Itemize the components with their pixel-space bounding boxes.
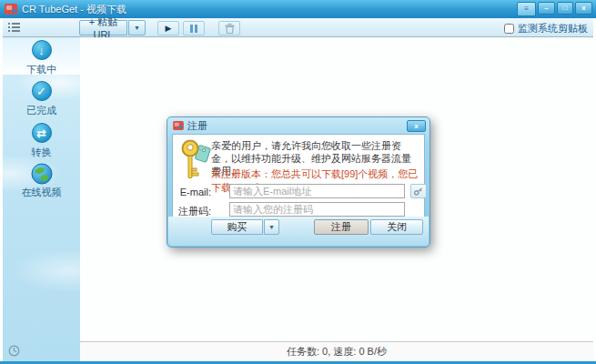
dialog-title: 注册: [187, 119, 207, 133]
maximize-button[interactable]: □: [557, 2, 573, 15]
window-menu-icon[interactable]: ≡: [517, 2, 536, 16]
check-icon: ✓: [32, 81, 52, 101]
monitor-clipboard-checkbox-input[interactable]: [504, 24, 514, 34]
toolbar: + 粘贴URL ▼ ▶ 监测系统剪贴板: [3, 18, 593, 37]
dialog-button-strip: 购买 ▼ 注册 关闭: [168, 217, 429, 246]
dialog-close-action-button[interactable]: 关闭: [370, 219, 423, 235]
buy-button[interactable]: 购买: [211, 219, 263, 235]
sidebar-item-label: 转换: [3, 146, 80, 159]
pause-download-button[interactable]: [183, 21, 205, 35]
monitor-clipboard-label: 监测系统剪贴板: [518, 22, 588, 35]
convert-icon: ⇄: [32, 123, 52, 143]
app-window: CR TubeGet - 视频下载 ≡ – □ x + 粘贴URL ▼ ▶: [0, 0, 596, 364]
window-controls: ≡ – □ x: [517, 2, 592, 16]
statusbar: 任务数: 0, 速度: 0 B/秒: [80, 341, 593, 361]
trash-icon: [225, 23, 235, 34]
close-button[interactable]: x: [575, 2, 592, 15]
sidebar: ↓ 下载中 ✓ 已完成 ⇄ 转换 在线视频: [3, 37, 80, 361]
sidebar-item-label: 下载中: [3, 63, 80, 76]
sidebar-item-convert[interactable]: ⇄ 转换: [3, 121, 80, 157]
sidebar-item-label: 已完成: [3, 104, 80, 117]
register-code-field[interactable]: [229, 202, 405, 217]
sidebar-item-label: 在线视频: [3, 186, 80, 199]
play-icon: ▶: [166, 24, 172, 33]
email-label: E-mail:: [173, 187, 211, 197]
sidebar-item-downloading[interactable]: ↓ 下载中: [3, 38, 80, 75]
clock-icon: [8, 345, 20, 357]
sidebar-item-completed[interactable]: ✓ 已完成: [3, 79, 80, 116]
dialog-app-icon: [173, 121, 184, 130]
dialog-body: 亲爱的用户，请允许我向您收取一些注册资金，以维持功能升级、维护及网站服务器流量费…: [172, 134, 425, 217]
pause-icon: [190, 25, 193, 33]
dialog-close-button[interactable]: x: [407, 120, 426, 132]
paste-url-button[interactable]: + 粘贴URL: [79, 20, 127, 35]
key-lookup-button[interactable]: [410, 184, 427, 198]
sidebar-item-online-video[interactable]: 在线视频: [3, 161, 80, 201]
task-list-icon[interactable]: [8, 22, 20, 34]
small-key-icon: [413, 186, 424, 197]
download-icon: ↓: [32, 40, 52, 60]
buy-dropdown-icon[interactable]: ▼: [264, 219, 279, 235]
monitor-clipboard-checkbox[interactable]: 监测系统剪贴板: [504, 22, 588, 35]
window-title: CR TubeGet - 视频下载: [22, 3, 126, 16]
registration-key-icon: [180, 138, 211, 182]
delete-task-button[interactable]: [218, 21, 240, 35]
minimize-button[interactable]: –: [538, 2, 555, 15]
start-download-button[interactable]: ▶: [157, 21, 179, 35]
register-button[interactable]: 注册: [314, 219, 369, 235]
globe-icon: [31, 163, 53, 185]
status-text: 任务数: 0, 速度: 0 B/秒: [287, 345, 387, 359]
paste-url-dropdown-icon[interactable]: ▼: [128, 20, 146, 35]
register-dialog: 注册 x 亲爱的用户，请允许我向您收取一些注册资金，以维持功能升级、维护及网站服…: [167, 116, 430, 248]
dialog-titlebar: 注册: [167, 117, 429, 134]
app-icon: [5, 4, 17, 15]
email-field[interactable]: [229, 184, 405, 198]
